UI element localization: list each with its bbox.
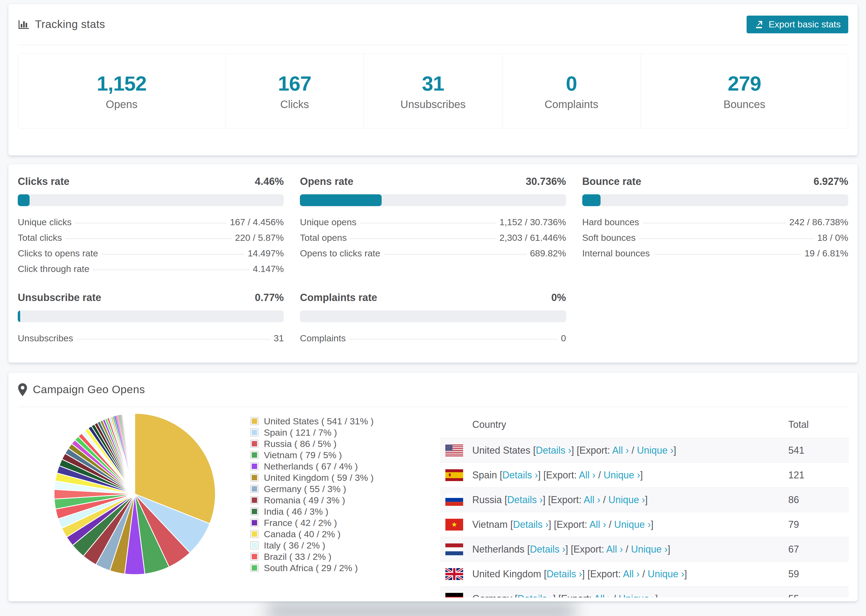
stat-label: Opens bbox=[106, 98, 137, 110]
country-name: Vietnam bbox=[472, 519, 510, 530]
legend-swatch bbox=[250, 451, 258, 459]
export-unique-link[interactable]: Unique › bbox=[608, 494, 645, 505]
stat-label: Complaints bbox=[545, 98, 598, 110]
rate-detail-label: Click through rate bbox=[18, 264, 89, 274]
bracket-text: / bbox=[611, 593, 619, 598]
stat-label: Bounces bbox=[723, 98, 765, 110]
rate-detail-row: Unique clicks167 / 4.456% bbox=[18, 217, 284, 233]
legend-item-netherlands: Netherlands ( 67 / 4% ) bbox=[250, 460, 373, 472]
export-unique-link[interactable]: Unique › bbox=[614, 519, 651, 530]
details-link[interactable]: Details › bbox=[530, 544, 565, 555]
bracket-text: / bbox=[629, 445, 637, 456]
export-all-link[interactable]: All › bbox=[594, 593, 611, 598]
geo-table-row-russia: Russia [Details ›] [Export: All › / Uniq… bbox=[440, 487, 849, 512]
export-all-link[interactable]: All › bbox=[584, 494, 600, 505]
export-all-link[interactable]: All › bbox=[623, 569, 639, 580]
es-flag-icon bbox=[446, 469, 463, 481]
legend-item-france: France ( 42 / 2% ) bbox=[250, 517, 373, 528]
country-name: Russia bbox=[472, 494, 505, 505]
bracket-text: ] bbox=[655, 593, 658, 598]
geo-country-cell: Vietnam [Details ›] [Export: All › / Uni… bbox=[472, 519, 788, 530]
rate-progress-fill bbox=[582, 194, 601, 206]
export-all-link[interactable]: All › bbox=[589, 519, 606, 530]
export-unique-link[interactable]: Unique › bbox=[648, 569, 684, 580]
geo-country-cell: United Kingdom [Details ›] [Export: All … bbox=[472, 569, 788, 580]
dotted-leader bbox=[384, 254, 526, 255]
export-basic-stats-button[interactable]: Export basic stats bbox=[746, 16, 848, 33]
rate-detail-row: Total clicks220 / 5.87% bbox=[18, 233, 284, 248]
export-all-link[interactable]: All › bbox=[612, 445, 629, 456]
summary-stats-row: 1,152Opens167Clicks31Unsubscribes0Compla… bbox=[18, 53, 848, 129]
country-name: Netherlands bbox=[472, 544, 527, 555]
details-link[interactable]: Details › bbox=[536, 445, 571, 456]
legend-label: United States ( 541 / 31% ) bbox=[264, 416, 373, 426]
rate-detail-label: Opens to clicks rate bbox=[300, 248, 380, 259]
details-link[interactable]: Details › bbox=[546, 569, 582, 580]
rate-value: 0% bbox=[551, 291, 566, 304]
summary-stat-bounces: 279Bounces bbox=[641, 54, 848, 128]
dotted-leader bbox=[102, 254, 244, 255]
legend-swatch bbox=[250, 519, 258, 527]
details-link[interactable]: Details › bbox=[507, 494, 543, 505]
rate-detail-label: Internal bounces bbox=[582, 248, 650, 259]
rate-detail-label: Unique opens bbox=[300, 217, 356, 227]
geo-total-cell: 59 bbox=[788, 569, 849, 580]
geo-table-row-vietnam: Vietnam [Details ›] [Export: All › / Uni… bbox=[440, 512, 849, 537]
export-unique-link[interactable]: Unique › bbox=[603, 470, 640, 481]
legend-swatch bbox=[250, 428, 258, 437]
rate-detail-row: Unique opens1,152 / 30.736% bbox=[300, 217, 566, 233]
summary-stat-clicks: 167Clicks bbox=[226, 54, 364, 128]
details-link[interactable]: Details › bbox=[502, 470, 538, 481]
legend-swatch bbox=[250, 508, 258, 515]
bracket-text: / bbox=[606, 519, 614, 530]
rate-detail-value: 1,152 / 30.736% bbox=[499, 217, 566, 227]
legend-item-canada: Canada ( 40 / 2% ) bbox=[250, 528, 373, 540]
export-button-label: Export basic stats bbox=[768, 19, 841, 30]
rate-detail-label: Unsubscribes bbox=[18, 333, 73, 344]
export-all-link[interactable]: All › bbox=[579, 470, 595, 481]
legend-item-south-africa: South Africa ( 29 / 2% ) bbox=[250, 562, 373, 574]
legend-item-italy: Italy ( 36 / 2% ) bbox=[250, 540, 373, 551]
rate-detail-row: Total opens2,303 / 61.446% bbox=[300, 233, 566, 248]
export-icon bbox=[754, 19, 764, 30]
geo-country-cell: Netherlands [Details ›] [Export: All › /… bbox=[472, 544, 788, 555]
rate-detail-label: Soft bounces bbox=[582, 233, 636, 243]
bracket-text: [ bbox=[515, 593, 518, 598]
dotted-leader bbox=[75, 223, 226, 223]
geo-total-cell: 55 bbox=[788, 593, 849, 598]
stat-value: 31 bbox=[422, 72, 444, 95]
dotted-leader bbox=[350, 238, 496, 239]
stat-value: 0 bbox=[566, 72, 577, 95]
rate-progress-fill bbox=[18, 194, 30, 206]
rate-title: Bounce rate bbox=[582, 175, 641, 188]
page-title: Tracking stats bbox=[35, 18, 105, 31]
de-flag-icon bbox=[446, 593, 463, 598]
rate-progress-track bbox=[18, 310, 284, 322]
export-unique-link[interactable]: Unique › bbox=[631, 544, 668, 555]
legend-item-united-states: United States ( 541 / 31% ) bbox=[250, 415, 373, 427]
export-unique-link[interactable]: Unique › bbox=[619, 593, 655, 598]
export-all-link[interactable]: All › bbox=[606, 544, 623, 555]
export-unique-link[interactable]: Unique › bbox=[637, 445, 674, 456]
rate-detail-label: Complaints bbox=[300, 333, 346, 344]
us-flag-icon bbox=[446, 445, 463, 456]
bracket-text: [ bbox=[544, 569, 546, 580]
rate-detail-row: Clicks to opens rate14.497% bbox=[18, 248, 284, 264]
legend-label: Vietnam ( 79 / 5% ) bbox=[264, 450, 342, 460]
bracket-text: [ bbox=[505, 494, 507, 505]
geo-opens-title: Campaign Geo Opens bbox=[33, 383, 145, 396]
bracket-text: ] bbox=[640, 470, 643, 481]
summary-stat-opens: 1,152Opens bbox=[18, 54, 226, 128]
page: Tracking stats Export basic stats 1,152O… bbox=[0, 0, 866, 616]
legend-swatch bbox=[250, 485, 258, 493]
details-link[interactable]: Details › bbox=[518, 593, 553, 598]
geo-pie-chart bbox=[53, 412, 217, 576]
legend-item-romania: Romania ( 49 / 3% ) bbox=[250, 495, 373, 506]
geo-table-header: Country Total bbox=[440, 412, 849, 438]
rate-detail-value: 19 / 6.81% bbox=[805, 248, 848, 259]
legend-label: Spain ( 121 / 7% ) bbox=[264, 427, 337, 438]
bracket-text: ] [Export: bbox=[582, 569, 623, 580]
rate-detail-value: 220 / 5.87% bbox=[235, 233, 284, 243]
geo-country-cell: Spain [Details ›] [Export: All › / Uniqu… bbox=[472, 470, 788, 481]
details-link[interactable]: Details › bbox=[513, 519, 548, 530]
